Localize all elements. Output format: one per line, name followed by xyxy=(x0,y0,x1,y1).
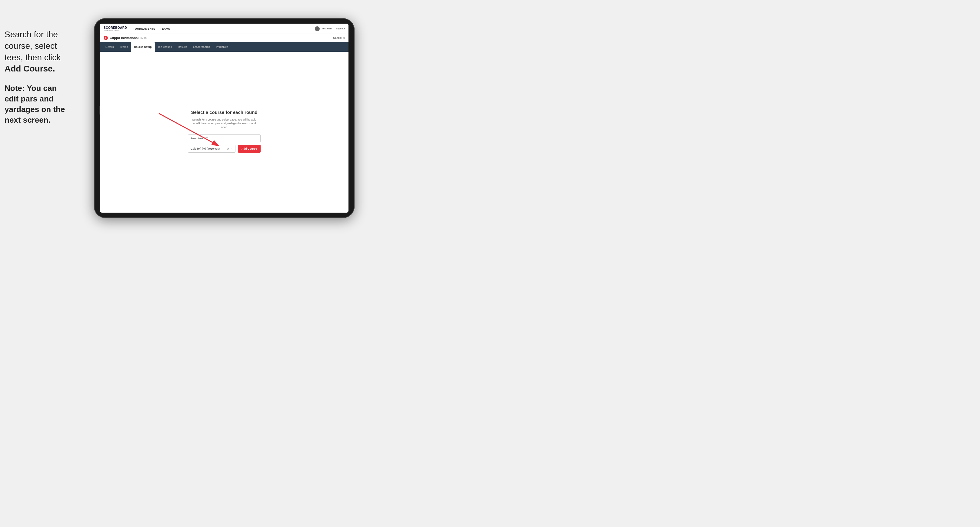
tab-nav: Details Teams Course Setup Tee Groups Re… xyxy=(100,42,348,52)
tee-clear-icon[interactable]: ✕ xyxy=(227,147,229,151)
nav-logo-subtitle: Powered by clippd xyxy=(103,29,127,31)
annotation-line1: Search for the xyxy=(5,30,58,39)
annotation-area: Search for the course, select tees, then… xyxy=(5,29,92,126)
tab-leaderboards[interactable]: Leaderboards xyxy=(190,42,213,52)
annotation-line3: tees, then click xyxy=(5,53,60,62)
nav-signout-link[interactable]: Sign out xyxy=(336,27,345,30)
tab-tee-groups[interactable]: Tee Groups xyxy=(155,42,175,52)
nav-link-tournaments[interactable]: TOURNAMENTS xyxy=(133,27,155,30)
annotation-note-line3: yardages on the xyxy=(5,105,65,114)
tee-select-row: Gold (M) (M) (7010 yds) ✕ ⌃ Add Course xyxy=(188,145,261,152)
tab-teams[interactable]: Teams xyxy=(117,42,131,52)
tablet-shell: SCOREBOARD Powered by clippd TOURNAMENTS… xyxy=(94,18,355,218)
tee-select-value: Gold (M) (M) (7010 yds) xyxy=(191,147,220,150)
nav-link-teams[interactable]: TEAMS xyxy=(160,27,170,30)
nav-user-avatar: T xyxy=(315,26,320,31)
tab-details[interactable]: Details xyxy=(102,42,117,52)
nav-logo-title: SCOREBOARD xyxy=(103,26,127,29)
add-course-button[interactable]: Add Course xyxy=(238,145,261,152)
annotation-line2: course, select xyxy=(5,41,57,51)
nav-user: T Test User | Sign out xyxy=(315,26,345,31)
tab-printables[interactable]: Printables xyxy=(213,42,231,52)
nav-links: TOURNAMENTS TEAMS xyxy=(133,27,315,30)
nav-user-text: Test User | xyxy=(322,27,334,30)
tournament-name: Clippd Invitational xyxy=(110,36,138,40)
annotation-text-1: Search for the course, select tees, then… xyxy=(5,29,92,75)
tab-results[interactable]: Results xyxy=(175,42,190,52)
cancel-label: Cancel xyxy=(333,37,342,40)
tablet-screen: SCOREBOARD Powered by clippd TOURNAMENTS… xyxy=(100,24,348,213)
annotation-text-2: Note: You can edit pars and yardages on … xyxy=(5,83,92,125)
main-content: Select a course for each round Search fo… xyxy=(100,52,348,211)
nav-bar: SCOREBOARD Powered by clippd TOURNAMENTS… xyxy=(100,24,348,34)
annotation-note-line2: edit pars and xyxy=(5,94,54,103)
tournament-title-area: C Clippd Invitational (Men) xyxy=(103,36,148,40)
cancel-x-icon: ✕ xyxy=(342,37,345,40)
tournament-gender: (Men) xyxy=(140,37,148,40)
tee-chevron-icon[interactable]: ⌃ xyxy=(231,148,233,150)
annotation-note-line4: next screen. xyxy=(5,115,51,124)
tee-select-controls: ✕ ⌃ xyxy=(227,147,233,151)
nav-logo: SCOREBOARD Powered by clippd xyxy=(103,26,127,31)
tab-course-setup[interactable]: Course Setup xyxy=(131,42,155,52)
annotation-bold: Add Course. xyxy=(5,64,55,73)
tournament-logo: C xyxy=(103,36,108,40)
tournament-header: C Clippd Invitational (Men) Cancel ✕ xyxy=(100,34,348,42)
annotation-note-line1: Note: You can xyxy=(5,84,57,93)
content-heading: Select a course for each round xyxy=(191,110,257,115)
content-subtext: Search for a course and select a tee. Yo… xyxy=(191,118,258,129)
tournament-cancel-button[interactable]: Cancel ✕ xyxy=(333,37,345,40)
course-search-input[interactable] xyxy=(188,135,261,142)
tee-select-dropdown[interactable]: Gold (M) (M) (7010 yds) ✕ ⌃ xyxy=(188,145,235,152)
